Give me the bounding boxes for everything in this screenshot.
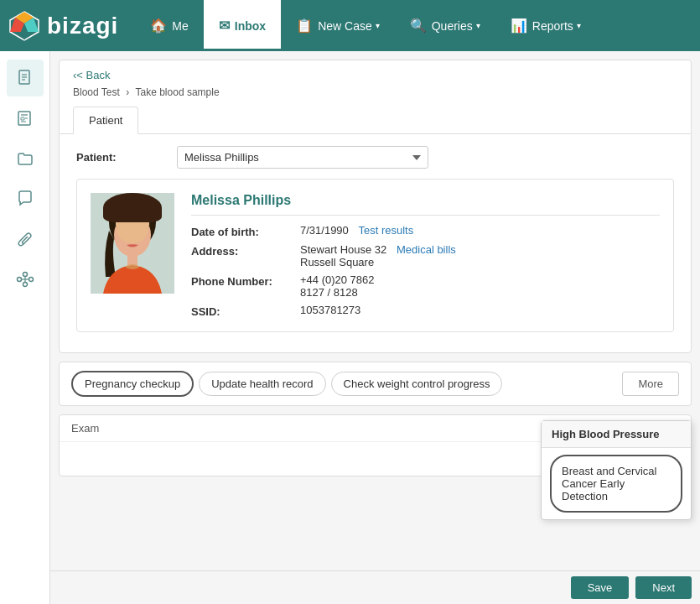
process-icon: [16, 270, 34, 289]
new-case-icon: 📋: [296, 18, 313, 34]
svg-rect-11: [21, 117, 24, 120]
patient-card: Melissa Phillips Date of birth: 7/31/199…: [76, 179, 674, 332]
nav-items: 🏠 Me ✉ Inbox 📋 New Case ▾ 🔍 Queries ▾ 📊 …: [135, 0, 692, 51]
save-button[interactable]: Save: [571, 576, 630, 599]
phone-label: Phone Number:: [191, 273, 300, 299]
sidebar-item-process[interactable]: [7, 261, 44, 298]
logo: bizagi: [8, 10, 118, 42]
tab-bar: Patient: [60, 107, 691, 134]
patient-section: Patient: Melissa Phillips: [60, 134, 691, 352]
sidebar-item-document[interactable]: [7, 60, 44, 96]
svg-point-27: [126, 264, 139, 269]
sidebar: [0, 51, 50, 604]
reports-dropdown-arrow: ▾: [577, 21, 581, 30]
pregnancy-checkup-button[interactable]: Pregnancy checkup: [71, 371, 194, 397]
svg-point-24: [123, 232, 128, 235]
svg-point-16: [29, 278, 33, 282]
patient-field-label: Patient:: [76, 146, 177, 164]
svg-point-23: [109, 201, 156, 232]
folder-icon: [17, 150, 34, 167]
dropdown-popup-header: High Blood Pressure: [542, 421, 691, 448]
reports-icon: 📊: [511, 18, 527, 34]
sidebar-item-chat[interactable]: [7, 180, 44, 217]
form-icon: [17, 110, 34, 127]
test-results-link[interactable]: Test results: [358, 224, 413, 237]
patient-info: Melissa Phillips Date of birth: 7/31/199…: [191, 193, 660, 318]
nav-reports[interactable]: 📊 Reports ▾: [495, 0, 596, 51]
breadcrumb: Blood Test › Take blood sample: [60, 85, 691, 107]
tab-patient[interactable]: Patient: [73, 107, 138, 134]
nav-queries[interactable]: 🔍 Queries ▾: [395, 0, 495, 51]
top-navigation: bizagi 🏠 Me ✉ Inbox 📋 New Case ▾ 🔍 Queri…: [0, 0, 700, 51]
more-button[interactable]: More: [622, 372, 679, 396]
new-case-dropdown-arrow: ▾: [376, 21, 380, 30]
queries-icon: 🔍: [410, 18, 427, 34]
dob-label: Date of birth:: [191, 224, 300, 238]
ssid-value: 1053781273: [300, 304, 660, 318]
attachment-icon: [17, 231, 34, 247]
svg-point-25: [137, 232, 142, 235]
address-value: Stewart House 32 Medical bills Russell S…: [300, 243, 660, 268]
nav-me[interactable]: 🏠 Me: [135, 0, 203, 51]
update-health-record-button[interactable]: Update health record: [199, 372, 325, 396]
patient-photo: [91, 193, 174, 294]
chat-icon: [17, 190, 34, 207]
sidebar-item-folder[interactable]: [7, 140, 44, 177]
action-bar: Pregnancy checkup Update health record C…: [59, 362, 692, 406]
patient-select[interactable]: Melissa Phillips: [177, 146, 428, 169]
queries-dropdown-arrow: ▾: [476, 21, 480, 30]
back-link[interactable]: ‹ < Back: [60, 60, 691, 85]
ssid-label: SSID:: [191, 304, 300, 318]
bizagi-logo-icon: [8, 10, 40, 42]
dob-value: 7/31/1990 Test results: [300, 224, 660, 238]
document-icon: [17, 70, 34, 86]
main-content: ‹ < Back Blood Test › Take blood sample …: [50, 51, 700, 604]
bottom-bar: Save Next: [50, 570, 700, 604]
sidebar-item-form[interactable]: [7, 100, 44, 137]
back-anchor[interactable]: ‹ < Back: [73, 69, 677, 81]
nav-inbox[interactable]: ✉ Inbox: [204, 0, 281, 51]
check-weight-control-button[interactable]: Check weight control progress: [331, 372, 503, 396]
svg-point-15: [23, 273, 27, 277]
home-icon: 🏠: [150, 18, 167, 34]
sidebar-item-attachment[interactable]: [7, 221, 44, 258]
svg-point-22: [114, 213, 151, 257]
nav-new-case[interactable]: 📋 New Case ▾: [281, 0, 395, 51]
content-card: ‹ < Back Blood Test › Take blood sample …: [59, 60, 692, 353]
patient-name: Melissa Phillips: [191, 193, 660, 216]
patient-field-row: Patient: Melissa Phillips: [76, 146, 674, 169]
medical-bills-link[interactable]: Medical bills: [397, 243, 456, 256]
next-button[interactable]: Next: [635, 576, 692, 599]
phone-value: +44 (0)20 7862 8127 / 8128: [300, 273, 660, 299]
brand-name: bizagi: [47, 13, 118, 39]
svg-point-14: [17, 278, 21, 282]
svg-point-17: [23, 283, 27, 287]
address-label: Address:: [191, 243, 300, 268]
dropdown-popup: High Blood Pressure Breast and Cervical …: [541, 420, 692, 520]
dropdown-popup-item[interactable]: Breast and Cervical Cancer Early Detecti…: [550, 455, 682, 513]
inbox-icon: ✉: [219, 18, 230, 34]
patient-photo-svg: [91, 193, 174, 294]
patient-details-grid: Date of birth: 7/31/1990 Test results Ad…: [191, 224, 660, 318]
